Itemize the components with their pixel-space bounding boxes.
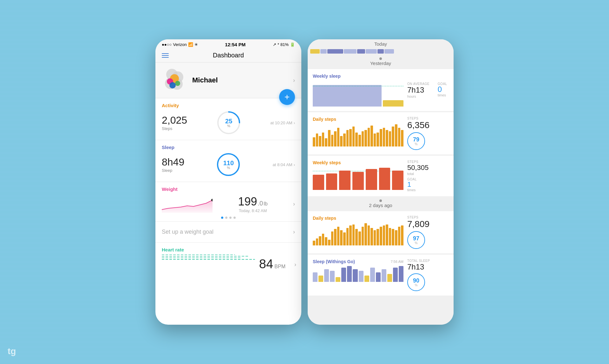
sleep-chevron-icon: › bbox=[294, 162, 295, 167]
weekly-bar bbox=[392, 171, 403, 190]
page-title: Dashboard bbox=[213, 52, 244, 59]
weight-value: 199 bbox=[238, 195, 257, 208]
heart-chevron-icon: › bbox=[294, 261, 296, 268]
heart-unit: BPM bbox=[274, 264, 285, 270]
sleep-withings-value: 7h13 bbox=[407, 263, 424, 271]
step-bar bbox=[364, 223, 367, 245]
weekly-steps-card[interactable]: Weekly steps STEPS 50,305 total GOAL 1 t… bbox=[308, 156, 454, 196]
steps2-badge: 97 % bbox=[407, 231, 425, 249]
step-bar bbox=[319, 136, 321, 146]
activity-value-block: 2,025 Steps bbox=[162, 114, 187, 131]
steps2-badge-container: 97 % bbox=[407, 231, 425, 249]
weight-goal-card[interactable]: Set up a weight goal › bbox=[155, 222, 301, 243]
daily-steps-card-2[interactable]: Daily steps STEPS 7,809 97 % bbox=[308, 211, 454, 253]
weekly-sleep-card[interactable]: Weekly sleep ON AVERAGE 7h bbox=[308, 69, 454, 111]
step-bar bbox=[331, 231, 334, 245]
profile-chevron-icon: › bbox=[293, 77, 295, 84]
sleep-bar-main bbox=[313, 85, 382, 107]
sleep-goal-value: 0 bbox=[438, 86, 447, 93]
step-bar bbox=[337, 128, 340, 146]
sleep-chart-area bbox=[313, 81, 403, 107]
heart-value: 84 bbox=[259, 257, 273, 271]
weekly-bar-chart bbox=[313, 168, 403, 190]
step-bar bbox=[334, 229, 337, 245]
sleep-dashed-line bbox=[313, 86, 403, 86]
step-bar bbox=[398, 128, 401, 146]
weekly-bar bbox=[366, 169, 377, 190]
strip-block bbox=[384, 49, 394, 54]
weight-decimal: .0 bbox=[258, 200, 263, 207]
avatar-svg bbox=[162, 68, 187, 93]
step-bar bbox=[389, 131, 391, 146]
strip-block bbox=[366, 49, 377, 54]
step-bar bbox=[322, 234, 324, 245]
step-bar bbox=[349, 129, 352, 146]
step-bar bbox=[331, 135, 334, 146]
activity-card[interactable]: Activity 2,025 Steps 25 % bbox=[155, 98, 301, 140]
daily-steps2-value: 7,809 bbox=[407, 220, 429, 229]
step-bar bbox=[368, 128, 370, 146]
battery-icon: 🔋 bbox=[290, 42, 295, 47]
sleep-viz-bar bbox=[318, 276, 323, 282]
step-bar bbox=[374, 133, 376, 146]
step-bar bbox=[355, 229, 358, 245]
sleep-goal-unit: times bbox=[438, 93, 447, 97]
sleep-withings-chart: Sleep (Withings Go) 7:56 AM bbox=[313, 259, 403, 291]
weight-label: Weight bbox=[162, 186, 295, 192]
step-bar bbox=[386, 224, 388, 245]
status-right: ↗ * 81% 🔋 bbox=[273, 42, 295, 47]
today-label: Today bbox=[308, 41, 454, 47]
step-bar bbox=[349, 225, 352, 245]
location-icon: ↗ bbox=[273, 42, 276, 47]
menu-button[interactable] bbox=[162, 53, 169, 58]
sleep-card[interactable]: Sleep 8h49 Sleep 110 % a bbox=[155, 140, 301, 182]
sleep-avg-value: 7h13 bbox=[407, 86, 429, 94]
step-bar bbox=[358, 135, 361, 146]
wifi-icon: 📶 bbox=[188, 42, 193, 47]
step-bar bbox=[380, 129, 382, 146]
sleep-withings-card[interactable]: Sleep (Withings Go) 7:56 AM TOTAL SLEEP … bbox=[308, 255, 454, 296]
daily-steps-stats: STEPS 6,356 79 % bbox=[407, 117, 449, 150]
weekly-steps-chart: Weekly steps bbox=[313, 160, 403, 192]
step-bar bbox=[316, 238, 318, 245]
sleep-viz-bar bbox=[324, 269, 329, 282]
sleep-viz-bar bbox=[399, 266, 403, 282]
step-bar bbox=[313, 241, 315, 245]
sleep-withings-stats: TOTAL SLEEP 7h13 90 % bbox=[407, 259, 449, 291]
sleep-avg-label: ON AVERAGE bbox=[407, 82, 429, 86]
activity-circle: 25 % bbox=[216, 110, 241, 135]
sleep-viz-bar bbox=[376, 272, 381, 282]
sleep-goal-block: GOAL 0 times bbox=[438, 82, 447, 97]
sleep-viz-bar bbox=[330, 271, 335, 282]
weight-value-row: 199 .0 lb bbox=[238, 195, 267, 208]
step-bar bbox=[370, 126, 373, 146]
step-bar bbox=[346, 130, 349, 146]
two-days-label: 2 days ago bbox=[369, 203, 392, 208]
step-bar bbox=[358, 231, 361, 245]
daily-steps-title-2: Daily steps bbox=[313, 216, 403, 221]
strip-block bbox=[310, 49, 320, 54]
strip-block bbox=[320, 49, 327, 54]
sleep-viz-bar bbox=[341, 268, 346, 282]
activity-pct-label: 25 % bbox=[216, 110, 241, 135]
phone-dashboard: ●●○○ Verizon 📶 ✳ 12:54 PM ↗ * 81% 🔋 Dash… bbox=[155, 39, 301, 325]
weekly-sleep-title: Weekly sleep bbox=[313, 74, 403, 79]
step-bar bbox=[313, 137, 315, 146]
heart-value-container: 84 BPM bbox=[259, 257, 285, 271]
nav-bar: Dashboard bbox=[155, 49, 301, 62]
profile-section[interactable]: Michael › + bbox=[155, 62, 301, 98]
activity-pct-sym: % bbox=[227, 124, 230, 128]
phones-container: ●●○○ Verizon 📶 ✳ 12:54 PM ↗ * 81% 🔋 Dash… bbox=[155, 39, 454, 325]
sleep-label: Sleep bbox=[162, 145, 295, 150]
step-bar bbox=[368, 225, 370, 245]
weight-card[interactable]: Weight bbox=[155, 182, 301, 222]
dot-4 bbox=[233, 217, 236, 219]
fab-add-button[interactable]: + bbox=[279, 89, 295, 105]
sleep-viz-bar bbox=[353, 269, 357, 282]
sleep-unit: Sleep bbox=[162, 168, 184, 173]
daily-steps-card[interactable]: Daily steps STEPS 6,356 79 % bbox=[308, 112, 454, 154]
step-bar bbox=[362, 131, 364, 146]
heart-rate-card[interactable]: Heart rate 84 BPM › bbox=[155, 243, 301, 277]
weekly-bar bbox=[339, 171, 350, 190]
profile-name: Michael bbox=[192, 76, 218, 84]
